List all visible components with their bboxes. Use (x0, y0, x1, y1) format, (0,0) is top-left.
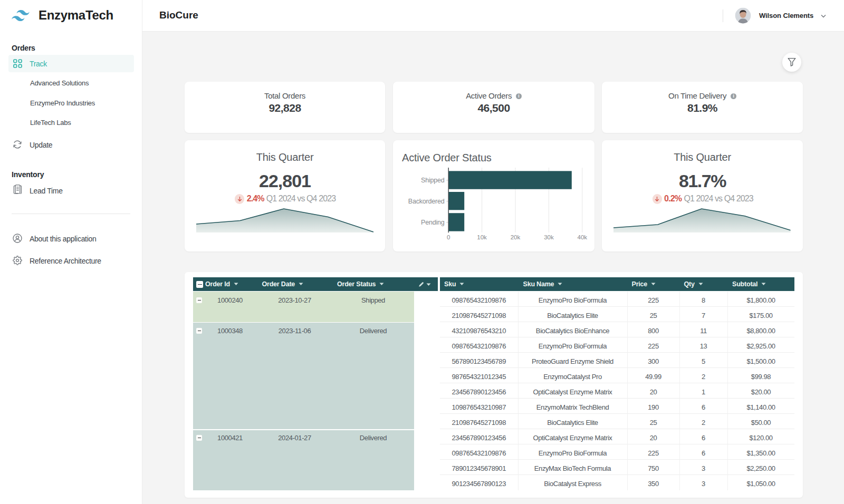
svg-text:Pending: Pending (421, 219, 445, 226)
svg-text:30k: 30k (544, 234, 554, 240)
svg-text:0: 0 (447, 234, 450, 240)
svg-text:Backordered: Backordered (408, 198, 445, 205)
svg-text:40k: 40k (578, 234, 588, 240)
svg-text:10k: 10k (477, 234, 487, 240)
svg-text:20k: 20k (511, 234, 521, 240)
svg-text:Shipped: Shipped (421, 177, 445, 184)
